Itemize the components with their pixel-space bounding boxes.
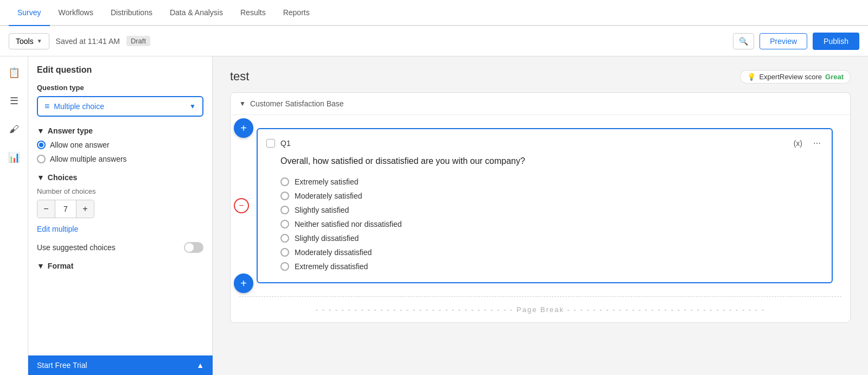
question-checkbox[interactable] (266, 139, 275, 148)
nav-reports[interactable]: Reports (275, 0, 318, 26)
allow-one-label: Allow one answer (50, 141, 110, 149)
remove-question-button[interactable]: − (234, 198, 249, 213)
edit-question-title: Edit question (37, 65, 203, 75)
question-type-chevron-icon: ▼ (189, 103, 196, 110)
choice-item: Slightly dissatisfied (266, 231, 823, 245)
search-button[interactable]: 🔍 (733, 33, 754, 49)
question-type-value: Multiple choice (54, 102, 185, 111)
allow-one-answer-option[interactable]: Allow one answer (37, 141, 203, 149)
clipboard-icon[interactable]: 📋 (4, 63, 24, 82)
search-icon: 🔍 (739, 37, 748, 46)
num-choices-label: Number of choices (37, 187, 203, 195)
question-actions: (x) ⋯ (792, 138, 823, 149)
choice-radio[interactable] (280, 206, 289, 214)
survey-block-header: ▼ Customer Satisfaction Base (231, 93, 850, 115)
tools-button[interactable]: Tools ▼ (9, 33, 49, 49)
suggested-choices-label: Use suggested choices (37, 243, 116, 252)
choice-label: Slightly dissatisfied (295, 234, 359, 243)
choices-section[interactable]: ▼ Choices (37, 173, 203, 182)
format-label: Format (48, 262, 73, 270)
choices-label: Choices (48, 173, 77, 182)
choice-label: Neither satisfied nor dissatisfied (295, 220, 402, 228)
question-type-select[interactable]: ≡ Multiple choice ▼ (37, 96, 203, 117)
stepper-minus-button[interactable]: − (37, 200, 55, 218)
page-break: - - - - - - - - - - - - - - - - - - - - … (239, 296, 841, 322)
edit-multiple-link[interactable]: Edit multiple (37, 225, 78, 233)
list-icon[interactable]: ☰ (4, 91, 24, 111)
chart-icon[interactable]: 📊 (4, 148, 24, 167)
choice-radio[interactable] (280, 234, 289, 243)
choice-label: Extremely satisfied (295, 177, 358, 186)
expert-review-label: ExpertReview score (759, 73, 822, 81)
format-arrow-icon: ▼ (37, 262, 44, 270)
choice-radio[interactable] (280, 248, 289, 257)
start-trial-arrow-icon: ▲ (196, 361, 204, 370)
stepper-plus-button[interactable]: + (76, 200, 94, 218)
question-container: Q1 (x) ⋯ Overall, how satisfied or dissa… (257, 128, 833, 283)
question-choices: Extremely satisfied Moderately satisfied… (266, 175, 823, 274)
add-question-top-button[interactable]: + (234, 118, 253, 138)
question-type-label: Question type (37, 84, 203, 92)
question-number: Q1 (280, 139, 786, 148)
tools-chevron-icon: ▼ (37, 38, 42, 44)
choice-radio[interactable] (280, 177, 289, 186)
add-question-bottom-button[interactable]: + (234, 274, 253, 293)
left-panel: Edit question Question type ≡ Multiple c… (28, 56, 213, 375)
choice-item: Extremely satisfied (266, 175, 823, 189)
great-badge: Great (825, 73, 844, 81)
answer-type-section[interactable]: ▼ Answer type (37, 126, 203, 135)
choice-radio[interactable] (280, 220, 289, 228)
lightbulb-icon: 💡 (747, 73, 756, 81)
publish-button[interactable]: Publish (813, 33, 859, 50)
survey-title-row: test 💡 ExpertReview score Great (230, 69, 851, 84)
saved-status: Saved at 11:41 AM (56, 37, 120, 46)
choice-item: Moderately satisfied (266, 189, 823, 203)
choices-stepper: − 7 + (37, 200, 94, 218)
choice-label: Moderately dissatisfied (295, 248, 372, 257)
allow-multiple-radio[interactable] (37, 155, 46, 163)
question-header: Q1 (x) ⋯ (266, 138, 823, 149)
choice-radio[interactable] (280, 192, 289, 200)
nav-results[interactable]: Results (232, 0, 275, 26)
allow-multiple-answers-option[interactable]: Allow multiple answers (37, 155, 203, 163)
nav-workflows[interactable]: Workflows (50, 0, 102, 26)
choice-item: Moderately dissatisfied (266, 245, 823, 259)
expert-review-btn[interactable]: 💡 ExpertReview score Great (740, 70, 851, 84)
answer-type-label: Answer type (48, 126, 93, 135)
main-layout: 📋 ☰ 🖌 📊 Edit question Question type ≡ Mu… (0, 56, 868, 375)
question-variable-icon[interactable]: (x) (792, 138, 805, 149)
block-name: Customer Satisfaction Base (250, 99, 344, 108)
question-type-icon: ≡ (44, 101, 49, 111)
icon-sidebar: 📋 ☰ 🖌 📊 (0, 56, 28, 375)
question-text: Overall, how satisfied or dissatisfied a… (266, 156, 823, 166)
survey-title-text: test (230, 69, 249, 84)
nav-distributions[interactable]: Distributions (102, 0, 161, 26)
choice-label: Moderately satisfied (295, 192, 362, 200)
format-section[interactable]: ▼ Format (37, 262, 203, 270)
choice-item: Slightly satisfied (266, 203, 823, 217)
block-collapse-icon[interactable]: ▼ (239, 100, 246, 107)
nav-survey[interactable]: Survey (9, 0, 50, 26)
allow-one-radio[interactable] (37, 141, 46, 149)
draft-badge: Draft (126, 36, 150, 46)
choice-label: Slightly satisfied (295, 206, 349, 214)
answer-type-options: Allow one answer Allow multiple answers (37, 141, 203, 163)
paint-icon[interactable]: 🖌 (4, 119, 24, 139)
start-trial-bar[interactable]: Start Free Trial ▲ (28, 355, 213, 375)
choice-item: Neither satisfied nor dissatisfied (266, 217, 823, 231)
preview-button[interactable]: Preview (760, 33, 807, 49)
choice-radio[interactable] (280, 262, 289, 271)
choice-label: Extremely dissatisfied (295, 262, 368, 271)
top-navigation: Survey Workflows Distributions Data & An… (0, 0, 868, 26)
stepper-value: 7 (55, 200, 76, 218)
start-trial-label: Start Free Trial (37, 361, 87, 370)
nav-data-analysis[interactable]: Data & Analysis (161, 0, 232, 26)
allow-multiple-label: Allow multiple answers (50, 155, 127, 163)
toolbar-right: 🔍 Preview Publish (733, 33, 859, 50)
suggested-choices-row: Use suggested choices (37, 242, 203, 253)
choices-arrow-icon: ▼ (37, 173, 44, 182)
suggested-choices-toggle[interactable] (184, 242, 203, 253)
tools-label: Tools (16, 37, 34, 46)
question-more-icon[interactable]: ⋯ (811, 138, 823, 149)
survey-block: ▼ Customer Satisfaction Base + − Q1 (x) … (230, 92, 851, 323)
